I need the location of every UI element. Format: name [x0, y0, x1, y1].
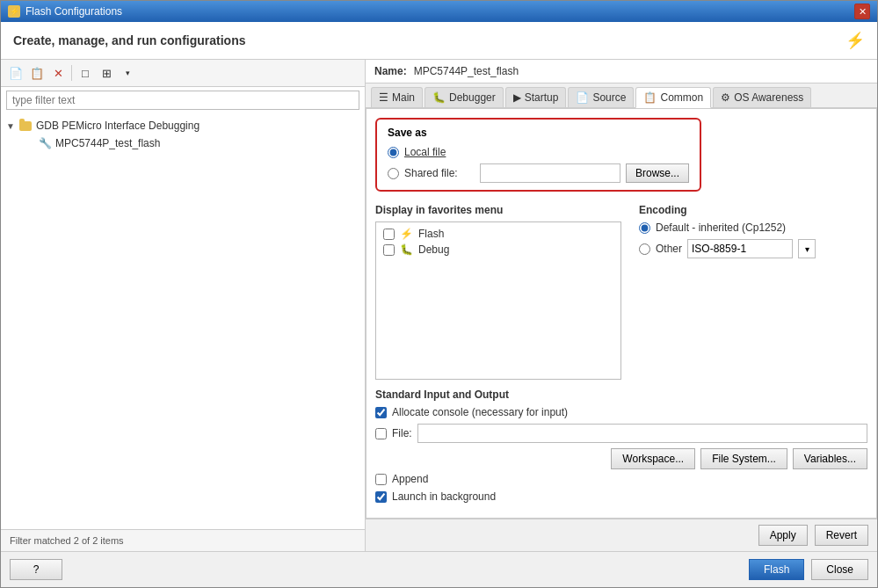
tab-debugger[interactable]: 🐛 Debugger — [424, 87, 504, 107]
save-as-group: Save as Local file Shared file: Browse..… — [375, 118, 701, 192]
apply-button[interactable]: Apply — [758, 525, 808, 546]
collapse-button[interactable]: ⊞ — [97, 63, 116, 83]
name-label: Name: — [374, 65, 407, 77]
tab-common[interactable]: 📋 Common — [635, 87, 711, 108]
fav-debug-checkbox[interactable] — [383, 244, 395, 256]
content-area: Save as Local file Shared file: Browse..… — [366, 108, 877, 519]
toolbar-separator — [71, 65, 72, 81]
encoding-other-label[interactable]: Other — [656, 243, 682, 255]
filter-input[interactable] — [6, 91, 359, 110]
dialog-header-title: Create, manage, and run configurations — [13, 33, 246, 47]
workspace-button[interactable]: Workspace... — [611, 448, 695, 469]
revert-button[interactable]: Revert — [815, 525, 868, 546]
startup-tab-icon: ▶ — [513, 91, 521, 104]
two-col-section: Display in favorites menu ⚡ Flash 🐛 Debu… — [375, 204, 867, 380]
help-button[interactable]: ? — [10, 559, 62, 580]
fav-flash-label: Flash — [418, 228, 444, 240]
encoding-title: Encoding — [639, 204, 867, 216]
left-toolbar: 📄 📋 ✕ □ ⊞ ▾ — [1, 60, 365, 87]
name-bar: Name: MPC5744P_test_flash — [366, 60, 877, 83]
tree-expand-icon: ▼ — [6, 121, 18, 131]
os-awareness-tab-icon: ⚙ — [721, 91, 730, 104]
file-system-button[interactable]: File System... — [700, 448, 787, 469]
tab-startup-label: Startup — [525, 91, 559, 104]
delete-button[interactable]: ✕ — [48, 63, 68, 83]
tab-startup[interactable]: ▶ Startup — [505, 87, 567, 107]
tree-item-mpc[interactable]: 🔧 MPC5744P_test_flash — [1, 134, 365, 152]
source-tab-icon: 📄 — [576, 91, 589, 104]
bottom-buttons: ? Flash Close — [1, 551, 877, 587]
file-label: File: — [392, 427, 412, 439]
tabs-bar: ☰ Main 🐛 Debugger ▶ Startup 📄 Source 📋 — [366, 83, 877, 108]
launch-label: Launch in background — [392, 490, 496, 503]
file-checkbox[interactable] — [375, 428, 387, 439]
encoding-default-label[interactable]: Default - inherited (Cp1252) — [656, 221, 786, 234]
favorites-list: ⚡ Flash 🐛 Debug — [375, 221, 621, 380]
common-tab-icon: 📋 — [643, 91, 657, 104]
tree-item-mpc-label: MPC5744P_test_flash — [55, 137, 160, 149]
variables-button[interactable]: Variables... — [793, 448, 867, 469]
new-config-button[interactable]: 📄 — [6, 63, 25, 83]
close-button[interactable]: Close — [811, 559, 868, 580]
name-value: MPC5744P_test_flash — [414, 65, 519, 77]
duplicate-button[interactable]: 📋 — [27, 63, 47, 83]
tree-item-gdb[interactable]: ▼ GDB PEMicro Interface Debugging — [1, 117, 365, 134]
favorites-title: Display in favorites menu — [375, 204, 621, 216]
encoding-default-radio[interactable] — [639, 222, 650, 234]
tab-common-label: Common — [660, 91, 703, 104]
allocate-console-label: Allocate console (necessary for input) — [392, 406, 568, 418]
fav-item-flash[interactable]: ⚡ Flash — [380, 226, 617, 242]
flash-configurations-dialog: ⚡ Flash Configurations ✕ Create, manage,… — [0, 0, 878, 588]
append-checkbox[interactable] — [375, 474, 387, 485]
file-input[interactable] — [417, 424, 867, 443]
tab-source[interactable]: 📄 Source — [568, 87, 634, 107]
apply-revert-row: Apply Revert — [366, 519, 877, 551]
dialog-body: 📄 📋 ✕ □ ⊞ ▾ ▼ GDB PEMicro Interface Debu… — [1, 60, 877, 551]
title-bar-text: Flash Configurations — [25, 5, 122, 18]
std-io-section: Standard Input and Output Allocate conso… — [375, 388, 867, 503]
fav-item-debug[interactable]: 🐛 Debug — [380, 242, 617, 258]
lightning-icon: ⚡ — [845, 31, 865, 50]
tab-os-awareness[interactable]: ⚙ OS Awareness — [713, 87, 811, 107]
append-row: Append — [375, 473, 867, 485]
fav-flash-icon: ⚡ — [400, 228, 413, 240]
encoding-other-row: Other ▾ — [639, 239, 867, 258]
file-row: File: — [375, 424, 867, 443]
shared-file-input[interactable] — [480, 163, 620, 183]
shared-file-radio[interactable] — [388, 168, 399, 179]
tab-os-awareness-label: OS Awareness — [734, 91, 803, 104]
toolbar-dropdown-button[interactable]: ▾ — [118, 63, 137, 83]
config-icon: 🔧 — [38, 136, 52, 150]
tab-main[interactable]: ☰ Main — [371, 87, 423, 107]
allocate-console-row: Allocate console (necessary for input) — [375, 406, 867, 418]
tree-item-gdb-label: GDB PEMicro Interface Debugging — [36, 120, 200, 132]
title-bar-close-button[interactable]: ✕ — [854, 4, 870, 19]
std-io-title: Standard Input and Output — [375, 388, 867, 401]
title-bar-left: ⚡ Flash Configurations — [8, 5, 122, 18]
configuration-tree: ▼ GDB PEMicro Interface Debugging 🔧 MPC5… — [1, 113, 365, 529]
debugger-tab-icon: 🐛 — [432, 91, 446, 104]
filter-status: Filter matched 2 of 2 items — [10, 535, 124, 546]
main-tab-icon: ☰ — [379, 91, 388, 104]
encoding-other-input[interactable] — [687, 239, 793, 258]
encoding-dropdown-button[interactable]: ▾ — [798, 239, 816, 258]
encoding-section: Encoding Default - inherited (Cp1252) Ot… — [639, 204, 867, 380]
shared-file-row: Shared file: Browse... — [388, 163, 689, 183]
tab-source-label: Source — [592, 91, 626, 104]
launch-checkbox[interactable] — [375, 491, 387, 503]
fav-flash-checkbox[interactable] — [383, 229, 395, 240]
shared-file-label[interactable]: Shared file: — [404, 167, 475, 179]
filter-button[interactable]: □ — [76, 63, 95, 83]
launch-row: Launch in background — [375, 490, 867, 503]
tab-main-label: Main — [392, 91, 415, 104]
flash-button[interactable]: Flash — [749, 559, 804, 580]
folder-icon — [18, 119, 33, 133]
dialog-header: Create, manage, and run configurations ⚡ — [1, 22, 877, 60]
local-file-label[interactable]: Local file — [404, 146, 446, 158]
append-label: Append — [392, 473, 428, 485]
browse-button[interactable]: Browse... — [626, 163, 689, 183]
encoding-other-radio[interactable] — [639, 243, 650, 255]
encoding-default-row: Default - inherited (Cp1252) — [639, 221, 867, 234]
local-file-radio[interactable] — [388, 147, 399, 158]
allocate-console-checkbox[interactable] — [375, 407, 387, 418]
